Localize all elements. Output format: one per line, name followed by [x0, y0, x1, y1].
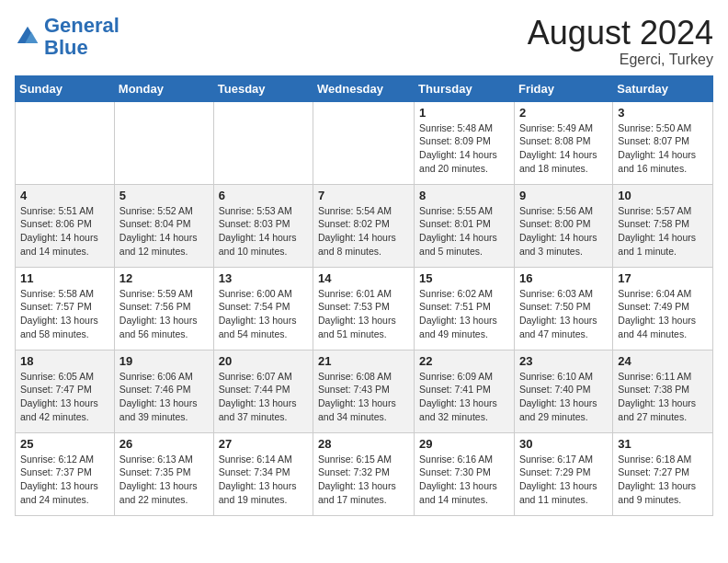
calendar-cell: 21Sunrise: 6:08 AMSunset: 7:43 PMDayligh… — [313, 350, 415, 432]
day-number: 10 — [618, 189, 708, 202]
calendar-cell: 7Sunrise: 5:54 AMSunset: 8:02 PMDaylight… — [313, 184, 415, 267]
calendar-cell: 12Sunrise: 5:59 AMSunset: 7:56 PMDayligh… — [114, 267, 213, 350]
day-number: 19 — [119, 354, 209, 368]
calendar-cell — [114, 101, 213, 184]
day-info: Sunrise: 6:07 AMSunset: 7:44 PMDaylight:… — [219, 370, 308, 424]
day-number: 5 — [119, 189, 209, 202]
calendar-cell: 10Sunrise: 5:57 AMSunset: 7:58 PMDayligh… — [613, 184, 713, 267]
day-number: 30 — [519, 437, 608, 451]
day-info: Sunrise: 6:05 AMSunset: 7:47 PMDaylight:… — [20, 370, 109, 424]
day-info: Sunrise: 5:53 AMSunset: 8:03 PMDaylight:… — [219, 204, 308, 259]
day-info: Sunrise: 5:51 AMSunset: 8:06 PMDaylight:… — [20, 204, 109, 259]
day-number: 3 — [618, 106, 708, 120]
calendar-cell: 9Sunrise: 5:56 AMSunset: 8:00 PMDaylight… — [514, 184, 612, 267]
day-info: Sunrise: 5:50 AMSunset: 8:07 PMDaylight:… — [618, 121, 708, 176]
calendar-week-row: 11Sunrise: 5:58 AMSunset: 7:57 PMDayligh… — [16, 267, 713, 350]
day-info: Sunrise: 5:54 AMSunset: 8:02 PMDaylight:… — [318, 204, 409, 259]
day-number: 29 — [419, 437, 509, 451]
day-info: Sunrise: 6:08 AMSunset: 7:43 PMDaylight:… — [318, 370, 409, 424]
calendar-week-row: 4Sunrise: 5:51 AMSunset: 8:06 PMDaylight… — [16, 184, 713, 267]
calendar-cell: 14Sunrise: 6:01 AMSunset: 7:53 PMDayligh… — [313, 267, 415, 350]
day-info: Sunrise: 6:11 AMSunset: 7:38 PMDaylight:… — [618, 370, 708, 424]
day-info: Sunrise: 6:02 AMSunset: 7:51 PMDaylight:… — [419, 287, 509, 341]
day-number: 20 — [219, 354, 308, 368]
day-number: 8 — [419, 189, 509, 202]
day-info: Sunrise: 6:17 AMSunset: 7:29 PMDaylight:… — [519, 453, 608, 507]
day-info: Sunrise: 5:58 AMSunset: 7:57 PMDaylight:… — [20, 287, 109, 341]
calendar-cell: 6Sunrise: 5:53 AMSunset: 8:03 PMDaylight… — [213, 184, 313, 267]
day-info: Sunrise: 6:06 AMSunset: 7:46 PMDaylight:… — [119, 370, 209, 424]
day-info: Sunrise: 5:49 AMSunset: 8:08 PMDaylight:… — [519, 121, 608, 176]
day-number: 6 — [219, 189, 308, 202]
calendar-cell: 17Sunrise: 6:04 AMSunset: 7:49 PMDayligh… — [613, 267, 713, 350]
calendar-cell: 31Sunrise: 6:18 AMSunset: 7:27 PMDayligh… — [613, 432, 713, 515]
day-info: Sunrise: 6:01 AMSunset: 7:53 PMDaylight:… — [318, 287, 409, 341]
calendar-cell: 15Sunrise: 6:02 AMSunset: 7:51 PMDayligh… — [415, 267, 515, 350]
calendar-week-row: 25Sunrise: 6:12 AMSunset: 7:37 PMDayligh… — [16, 432, 713, 515]
calendar-cell: 16Sunrise: 6:03 AMSunset: 7:50 PMDayligh… — [514, 267, 612, 350]
day-info: Sunrise: 6:13 AMSunset: 7:35 PMDaylight:… — [119, 453, 209, 507]
day-info: Sunrise: 5:55 AMSunset: 8:01 PMDaylight:… — [419, 204, 509, 259]
calendar-cell: 22Sunrise: 6:09 AMSunset: 7:41 PMDayligh… — [415, 350, 515, 432]
calendar-cell — [213, 101, 313, 184]
day-info: Sunrise: 6:00 AMSunset: 7:54 PMDaylight:… — [219, 287, 308, 341]
calendar-cell: 19Sunrise: 6:06 AMSunset: 7:46 PMDayligh… — [114, 350, 213, 432]
calendar-week-row: 18Sunrise: 6:05 AMSunset: 7:47 PMDayligh… — [16, 350, 713, 432]
calendar-cell: 13Sunrise: 6:00 AMSunset: 7:54 PMDayligh… — [213, 267, 313, 350]
day-number: 25 — [20, 437, 109, 451]
calendar-cell: 20Sunrise: 6:07 AMSunset: 7:44 PMDayligh… — [213, 350, 313, 432]
calendar-week-row: 1Sunrise: 5:48 AMSunset: 8:09 PMDaylight… — [16, 101, 713, 184]
calendar-cell: 5Sunrise: 5:52 AMSunset: 8:04 PMDaylight… — [114, 184, 213, 267]
day-info: Sunrise: 5:59 AMSunset: 7:56 PMDaylight:… — [119, 287, 209, 341]
calendar-cell: 8Sunrise: 5:55 AMSunset: 8:01 PMDaylight… — [415, 184, 515, 267]
day-number: 13 — [219, 271, 308, 285]
day-info: Sunrise: 6:16 AMSunset: 7:30 PMDaylight:… — [419, 453, 509, 507]
day-number: 12 — [119, 271, 209, 285]
calendar-cell: 24Sunrise: 6:11 AMSunset: 7:38 PMDayligh… — [613, 350, 713, 432]
day-number: 1 — [419, 106, 509, 120]
day-number: 27 — [219, 437, 308, 451]
calendar-cell: 28Sunrise: 6:15 AMSunset: 7:32 PMDayligh… — [313, 432, 415, 515]
calendar-cell: 25Sunrise: 6:12 AMSunset: 7:37 PMDayligh… — [16, 432, 115, 515]
day-info: Sunrise: 6:14 AMSunset: 7:34 PMDaylight:… — [219, 453, 308, 507]
day-number: 15 — [419, 271, 509, 285]
weekday-header-saturday: Saturday — [613, 75, 713, 101]
calendar-cell: 29Sunrise: 6:16 AMSunset: 7:30 PMDayligh… — [415, 432, 515, 515]
day-number: 31 — [618, 437, 708, 451]
day-info: Sunrise: 6:12 AMSunset: 7:37 PMDaylight:… — [20, 453, 109, 507]
day-info: Sunrise: 6:04 AMSunset: 7:49 PMDaylight:… — [618, 287, 708, 341]
day-number: 7 — [318, 189, 409, 202]
day-number: 16 — [519, 271, 608, 285]
day-info: Sunrise: 6:09 AMSunset: 7:41 PMDaylight:… — [419, 370, 509, 424]
day-number: 21 — [318, 354, 409, 368]
day-info: Sunrise: 6:15 AMSunset: 7:32 PMDaylight:… — [318, 453, 409, 507]
day-number: 23 — [519, 354, 608, 368]
page-header: GeneralBlue August 2024 Egerci, Turkey — [15, 15, 713, 68]
day-number: 22 — [419, 354, 509, 368]
day-number: 18 — [20, 354, 109, 368]
day-number: 9 — [519, 189, 608, 202]
weekday-header-tuesday: Tuesday — [213, 75, 313, 101]
calendar-cell: 18Sunrise: 6:05 AMSunset: 7:47 PMDayligh… — [16, 350, 115, 432]
logo: GeneralBlue — [15, 15, 119, 59]
calendar-cell: 2Sunrise: 5:49 AMSunset: 8:08 PMDaylight… — [514, 101, 612, 184]
calendar-cell — [16, 101, 115, 184]
calendar-cell: 27Sunrise: 6:14 AMSunset: 7:34 PMDayligh… — [213, 432, 313, 515]
weekday-header-row: SundayMondayTuesdayWednesdayThursdayFrid… — [16, 75, 713, 101]
calendar-cell: 30Sunrise: 6:17 AMSunset: 7:29 PMDayligh… — [514, 432, 612, 515]
calendar-table: SundayMondayTuesdayWednesdayThursdayFrid… — [15, 75, 713, 516]
weekday-header-wednesday: Wednesday — [313, 75, 415, 101]
day-number: 17 — [618, 271, 708, 285]
calendar-cell: 3Sunrise: 5:50 AMSunset: 8:07 PMDaylight… — [613, 101, 713, 184]
day-number: 4 — [20, 189, 109, 202]
day-number: 28 — [318, 437, 409, 451]
day-number: 14 — [318, 271, 409, 285]
weekday-header-monday: Monday — [114, 75, 213, 101]
day-number: 11 — [20, 271, 109, 285]
weekday-header-thursday: Thursday — [415, 75, 515, 101]
day-info: Sunrise: 5:52 AMSunset: 8:04 PMDaylight:… — [119, 204, 209, 259]
day-info: Sunrise: 5:57 AMSunset: 7:58 PMDaylight:… — [618, 204, 708, 259]
weekday-header-friday: Friday — [514, 75, 612, 101]
calendar-cell: 23Sunrise: 6:10 AMSunset: 7:40 PMDayligh… — [514, 350, 612, 432]
day-info: Sunrise: 6:03 AMSunset: 7:50 PMDaylight:… — [519, 287, 608, 341]
